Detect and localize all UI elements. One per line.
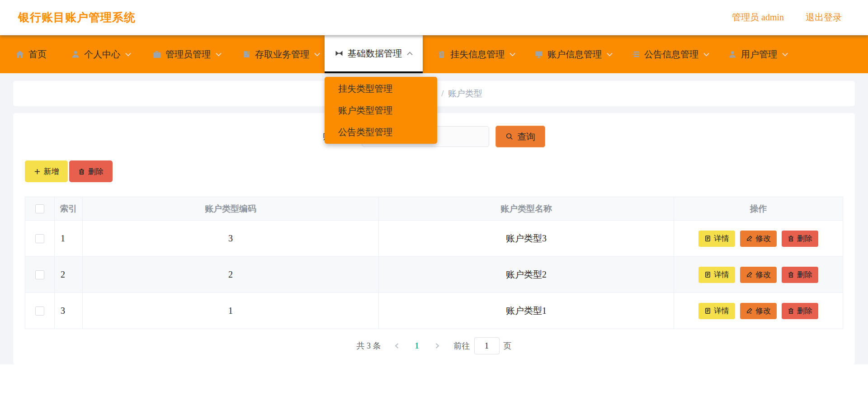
document-icon: [704, 307, 711, 314]
pen-icon: [746, 271, 753, 278]
nav-item-notice-info[interactable]: 公告信息管理: [631, 35, 728, 73]
main-nav: 首页 个人中心 管理员管理 存取业务管理: [0, 35, 868, 73]
detail-button[interactable]: 详情: [698, 267, 735, 283]
breadcrumb-current: 账户类型: [448, 88, 482, 99]
nav-item-label: 管理员管理: [165, 48, 211, 61]
detail-button[interactable]: 详情: [698, 231, 735, 247]
column-header-code: 账户类型编码: [83, 197, 379, 221]
search-icon: [505, 132, 514, 141]
cell-name: 账户类型1: [379, 293, 674, 329]
dropdown-item-notice-type[interactable]: 公告类型管理: [325, 121, 437, 143]
edit-button-label: 修改: [755, 269, 771, 280]
chevron-down-icon: [216, 52, 222, 57]
nav-item-label: 存取业务管理: [255, 48, 309, 61]
edit-button-label: 修改: [755, 306, 771, 316]
delete-button-label: 删除: [797, 306, 812, 316]
pen-icon: [746, 307, 753, 314]
edit-button[interactable]: 修改: [740, 231, 777, 247]
dropdown-item-account-type[interactable]: 账户类型管理: [325, 99, 437, 121]
page-number-1[interactable]: 1: [415, 341, 419, 351]
delete-button[interactable]: 删除: [782, 267, 818, 283]
chevron-down-icon: [125, 52, 131, 57]
chevron-down-icon: [314, 52, 320, 57]
detail-button-label: 详情: [714, 306, 729, 316]
pen-icon: [746, 235, 753, 242]
delete-button[interactable]: 删除: [782, 303, 818, 319]
nav-item-admin-management[interactable]: 管理员管理: [152, 35, 242, 73]
nav-item-user-management[interactable]: 用户管理: [728, 35, 809, 73]
admin-user-label: 管理员 admin: [732, 11, 784, 24]
chevron-right-icon[interactable]: [434, 343, 440, 349]
trash-icon: [788, 235, 794, 242]
pagination-total: 共 3 条: [357, 340, 381, 351]
nav-item-basic-data[interactable]: 基础数据管理: [325, 35, 423, 73]
goto-label: 前往: [454, 340, 470, 351]
goto-page-input[interactable]: [474, 337, 500, 354]
column-header-actions: 操作: [674, 197, 843, 221]
cell-code: 2: [83, 257, 379, 293]
top-header: 银行账目账户管理系统 管理员 admin 退出登录: [0, 0, 868, 35]
trash-icon: [788, 307, 794, 314]
nav-item-deposit-business[interactable]: 存取业务管理: [242, 35, 325, 73]
detail-button-label: 详情: [714, 233, 729, 244]
nav-item-account-info[interactable]: 账户信息管理: [534, 35, 631, 73]
table-header-row: 索引 账户类型编码 账户类型名称 操作: [25, 197, 843, 221]
nav-item-home[interactable]: 首页: [15, 35, 71, 73]
nav-item-label: 首页: [28, 48, 47, 61]
column-header-index: 索引: [55, 197, 83, 221]
user-icon: [71, 50, 80, 59]
delete-button-label: 删除: [797, 233, 812, 244]
notebook-icon: [242, 50, 251, 59]
table-row: 3 1 账户类型1 详情 修改: [25, 293, 843, 329]
nav-item-label: 账户信息管理: [547, 48, 602, 61]
cell-index: 2: [55, 257, 83, 293]
logout-link[interactable]: 退出登录: [806, 11, 842, 24]
nav-item-label: 基础数据管理: [348, 47, 402, 60]
nav-item-label: 挂失信息管理: [450, 48, 505, 61]
content-card: 账户类型 查询 新增: [13, 113, 855, 364]
edit-button[interactable]: 修改: [740, 267, 777, 283]
dropdown-item-loss-type[interactable]: 挂失类型管理: [325, 78, 437, 99]
pagination: 共 3 条 1 前往 页: [13, 337, 855, 355]
edit-button-label: 修改: [755, 233, 771, 244]
nav-item-label: 公告信息管理: [644, 48, 698, 61]
chevron-up-icon: [407, 52, 413, 56]
row-checkbox[interactable]: [35, 234, 44, 243]
nav-item-personal-center[interactable]: 个人中心: [71, 35, 152, 73]
header-right: 管理员 admin 退出登录: [732, 11, 842, 24]
add-button-label: 新增: [44, 166, 59, 177]
chevron-left-icon[interactable]: [394, 343, 400, 349]
cell-name: 账户类型3: [379, 221, 674, 257]
select-all-checkbox[interactable]: [35, 204, 44, 213]
row-actions: 详情 修改 删除: [698, 303, 818, 319]
delete-button[interactable]: 删除: [782, 231, 818, 247]
users-icon: [728, 50, 737, 59]
nav-item-loss-report-info[interactable]: 挂失信息管理: [437, 35, 534, 73]
account-type-table: 索引 账户类型编码 账户类型名称 操作 1 3 账户类型3 详情: [25, 197, 843, 329]
cell-code: 3: [83, 221, 379, 257]
chevron-down-icon: [509, 52, 515, 57]
briefcase-icon: [152, 50, 161, 59]
home-icon: [15, 50, 24, 59]
row-checkbox[interactable]: [35, 306, 44, 316]
page-unit-label: 页: [504, 340, 512, 351]
search-button-label: 查询: [517, 131, 535, 143]
app-title: 银行账目账户管理系统: [18, 10, 136, 25]
chevron-down-icon: [607, 52, 613, 57]
batch-delete-button[interactable]: 删除: [69, 160, 113, 182]
document-icon: [704, 271, 711, 278]
delete-button-label: 删除: [797, 269, 812, 280]
nav-item-label: 个人中心: [84, 48, 120, 61]
detail-button[interactable]: 详情: [698, 303, 735, 319]
row-actions: 详情 修改 删除: [698, 231, 818, 247]
row-actions: 详情 修改 删除: [698, 267, 818, 283]
page: 银行账目账户管理系统 管理员 admin 退出登录 首页 个人中心: [0, 0, 868, 396]
add-button[interactable]: 新增: [25, 160, 68, 182]
cell-index: 3: [55, 293, 83, 329]
nav-item-label: 用户管理: [741, 48, 777, 61]
plus-icon: [34, 168, 41, 175]
search-button[interactable]: 查询: [495, 126, 545, 147]
toolbar: 新增 删除: [25, 160, 113, 182]
edit-button[interactable]: 修改: [740, 303, 777, 319]
row-checkbox[interactable]: [35, 270, 44, 279]
